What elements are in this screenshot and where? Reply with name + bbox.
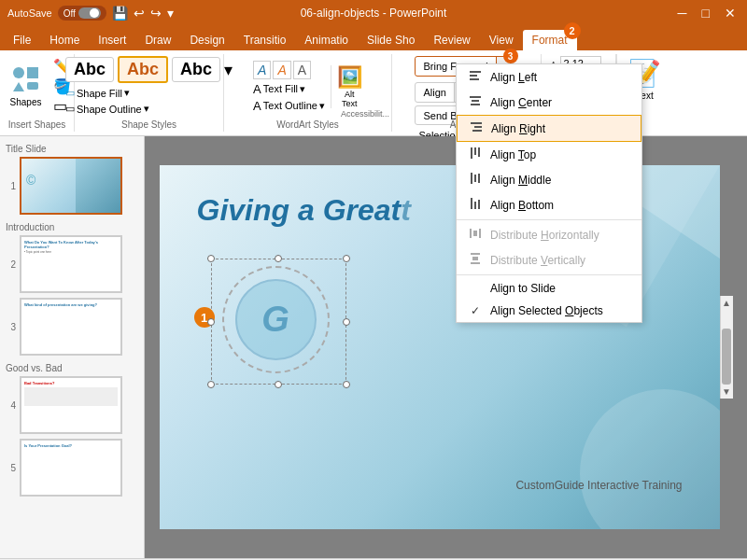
shape-outline-btn[interactable]: ▭ Shape Outline▾ bbox=[65, 103, 149, 115]
shapes-button[interactable]: Shapes bbox=[3, 60, 49, 114]
slide-2-title: What Do You Want To Know After Today's P… bbox=[24, 240, 118, 249]
shape-rect bbox=[27, 82, 38, 90]
slide-thumb-3[interactable]: 3 What kind of presentation are we givin… bbox=[4, 297, 140, 357]
section-good-bad: Good vs. Bad bbox=[4, 359, 140, 375]
insert-shapes-label: Insert Shapes bbox=[8, 119, 66, 130]
slide-title: Giving a Greatt bbox=[197, 193, 411, 228]
tab-transitions[interactable]: Transitio bbox=[234, 30, 296, 50]
shape-style-2[interactable]: Abc bbox=[118, 56, 168, 83]
badge-3: 3 bbox=[503, 49, 518, 63]
menu-align-selected[interactable]: ✓ Align Selected Objects bbox=[457, 300, 641, 322]
svg-rect-22 bbox=[471, 262, 480, 264]
tab-design[interactable]: Design bbox=[180, 30, 233, 50]
svg-rect-13 bbox=[474, 175, 476, 182]
ribbon-group-shape-styles: Abc Abc Abc ▾ ▭ Shape Fill▾ ▭ Shape Outl… bbox=[75, 54, 224, 132]
handle-tl[interactable] bbox=[207, 255, 215, 262]
menu-align-middle[interactable]: Align Middle bbox=[457, 167, 641, 192]
menu-align-left[interactable]: Align Left bbox=[457, 64, 641, 90]
svg-rect-6 bbox=[471, 122, 482, 124]
handle-ml[interactable] bbox=[207, 318, 215, 326]
shape-styles-label: Shape Styles bbox=[121, 119, 176, 130]
menu-align-right[interactable]: Align Right bbox=[457, 115, 641, 142]
customize-icon[interactable]: ▾ bbox=[167, 6, 174, 21]
tab-home[interactable]: Home bbox=[40, 30, 89, 50]
scroll-down-btn[interactable]: ▼ bbox=[720, 385, 733, 399]
tab-review[interactable]: Review bbox=[424, 30, 479, 50]
svg-rect-21 bbox=[471, 253, 480, 255]
svg-rect-4 bbox=[472, 100, 479, 102]
svg-rect-19 bbox=[479, 229, 481, 238]
menu-align-bottom[interactable]: Align Bottom bbox=[457, 192, 641, 217]
shape-circle bbox=[13, 67, 24, 78]
autosave-toggle[interactable]: Off bbox=[58, 6, 106, 21]
close-btn[interactable]: ✕ bbox=[721, 6, 740, 21]
save-icon[interactable]: 💾 bbox=[112, 6, 128, 21]
toggle-off-icon[interactable] bbox=[78, 7, 101, 19]
ribbon-group-insert-shapes: Shapes ✏️ 🪣 ▭ Insert Shapes bbox=[0, 54, 75, 132]
slide-1-content: © bbox=[21, 159, 120, 213]
fill-color-icon: ▭ bbox=[65, 87, 75, 99]
menu-align-center[interactable]: Align Center bbox=[457, 90, 641, 115]
autosave-state: Off bbox=[63, 8, 76, 19]
tab-draw[interactable]: Draw bbox=[135, 30, 180, 50]
tab-view[interactable]: View bbox=[480, 30, 523, 50]
wordart-style-c[interactable]: A bbox=[293, 61, 311, 79]
minimize-btn[interactable]: ─ bbox=[674, 6, 691, 21]
wordart-style-a[interactable]: A bbox=[253, 61, 271, 79]
shape-style-1[interactable]: Abc bbox=[65, 57, 114, 82]
window-title: 06-align-objects - PowerPoint bbox=[301, 7, 447, 20]
tab-insert[interactable]: Insert bbox=[89, 30, 135, 50]
slide-thumb-2[interactable]: 2 What Do You Want To Know After Today's… bbox=[4, 234, 140, 294]
align-center-label: Align Center bbox=[490, 96, 552, 109]
outline-icon: ▭ bbox=[65, 103, 75, 115]
slide-thumb-1[interactable]: 1 © bbox=[4, 156, 140, 216]
tab-format[interactable]: Format 2 bbox=[523, 30, 577, 50]
shape-fill-btn[interactable]: ▭ Shape Fill▾ bbox=[65, 87, 130, 99]
handle-tm[interactable] bbox=[275, 255, 282, 262]
autosave-label: AutoSave bbox=[7, 7, 52, 19]
distribute-v-icon bbox=[468, 252, 483, 268]
menu-distribute-h: Distribute Horizontally bbox=[457, 222, 641, 247]
tab-animations[interactable]: Animatio bbox=[295, 30, 358, 50]
tab-slideshow[interactable]: Slide Sho bbox=[358, 30, 424, 50]
alt-text-icon: 🖼️ bbox=[337, 65, 362, 90]
svg-rect-7 bbox=[474, 126, 482, 128]
align-right-icon bbox=[469, 120, 484, 136]
align-middle-icon bbox=[468, 172, 483, 188]
shape-style-3[interactable]: Abc bbox=[172, 57, 220, 82]
svg-rect-10 bbox=[474, 147, 476, 155]
text-fill-btn[interactable]: A Text Fill▾ bbox=[253, 82, 325, 96]
handle-br[interactable] bbox=[343, 381, 350, 388]
outline-effect-row: ▭ Shape Outline▾ bbox=[65, 103, 149, 115]
alt-text-button[interactable]: 🖼️ AltText bbox=[337, 65, 362, 108]
handle-mr[interactable] bbox=[343, 318, 350, 326]
slide-5-content: Is Your Presentation Goal? bbox=[21, 441, 120, 495]
maximize-btn[interactable]: □ bbox=[698, 6, 713, 21]
undo-icon[interactable]: ↩ bbox=[134, 6, 145, 21]
scroll-up-btn[interactable]: ▲ bbox=[720, 296, 733, 310]
align-top-label: Align Top bbox=[490, 148, 536, 161]
svg-rect-20 bbox=[473, 231, 477, 236]
vertical-scrollbar[interactable]: ▲ ▼ bbox=[720, 296, 733, 399]
slide-subtitle: CustomGuide Interactive Training bbox=[515, 479, 682, 492]
selected-object[interactable]: 1 G bbox=[211, 259, 346, 385]
menu-align-top[interactable]: Align Top bbox=[457, 142, 641, 167]
slide-3-title: What kind of presentation are we giving? bbox=[24, 302, 118, 307]
tab-file[interactable]: File bbox=[4, 30, 40, 50]
slide-thumb-5[interactable]: 5 Is Your Presentation Goal? bbox=[4, 438, 140, 497]
handle-bm[interactable] bbox=[275, 381, 282, 388]
redo-icon[interactable]: ↪ bbox=[150, 6, 162, 21]
slide-4-img bbox=[24, 387, 118, 406]
accessibility-section: 🖼️ AltText bbox=[331, 65, 362, 108]
handle-tr[interactable] bbox=[343, 255, 350, 262]
scroll-thumb[interactable] bbox=[722, 329, 731, 385]
text-outline-btn[interactable]: A Text Outline▾ bbox=[253, 99, 325, 113]
slide-1-bg-right bbox=[76, 159, 120, 213]
slide-preview-2: What Do You Want To Know After Today's P… bbox=[20, 235, 122, 293]
wordart-style-b[interactable]: A bbox=[273, 61, 290, 79]
menu-align-slide[interactable]: Align to Slide bbox=[457, 277, 641, 300]
slide-thumb-4[interactable]: 4 Bad Transitions? bbox=[4, 375, 140, 435]
section-title-slide: Title Slide bbox=[4, 140, 49, 156]
handle-bl[interactable] bbox=[207, 381, 215, 388]
svg-rect-5 bbox=[471, 104, 480, 105]
